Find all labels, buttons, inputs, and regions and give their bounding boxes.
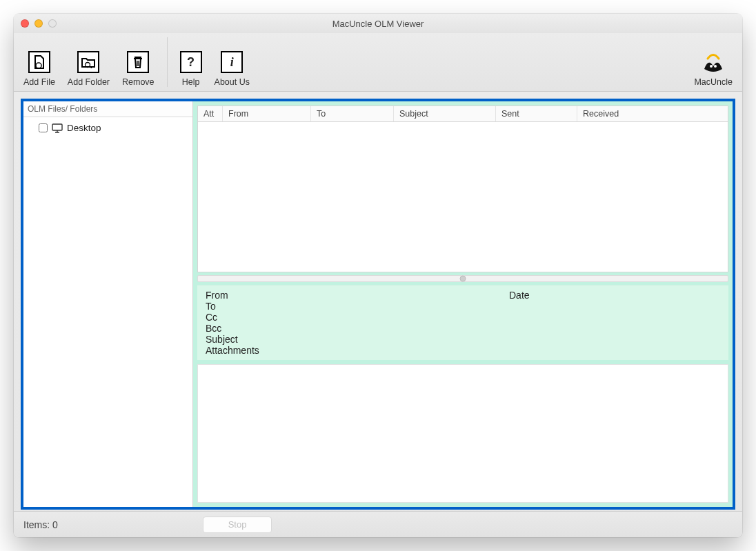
folder-add-icon <box>77 51 99 73</box>
detail-to-label: To <box>206 301 720 312</box>
help-button[interactable]: ? Help <box>180 51 202 87</box>
add-file-button[interactable]: Add File <box>23 51 55 87</box>
desktop-icon <box>52 123 63 133</box>
column-att[interactable]: Att <box>198 106 223 121</box>
detail-attachments-label: Attachments <box>206 345 720 356</box>
list-body[interactable] <box>198 122 728 272</box>
svg-rect-8 <box>52 124 62 130</box>
titlebar: MacUncle OLM Viewer <box>14 14 742 33</box>
right-pane: Att From To Subject Sent Received From D… <box>193 101 733 507</box>
stop-label: Stop <box>228 519 247 530</box>
content-area: OLM Files/ Folders Desktop Att From <box>14 92 742 511</box>
add-file-label: Add File <box>23 77 55 87</box>
folder-tree-pane: OLM Files/ Folders Desktop <box>23 101 193 507</box>
detail-bcc-label: Bcc <box>206 323 720 334</box>
add-folder-label: Add Folder <box>68 77 110 87</box>
toolbar: Add File Add Folder Remove ? He <box>14 33 742 92</box>
detail-subject-label: Subject <box>206 334 720 345</box>
main-frame: OLM Files/ Folders Desktop Att From <box>21 99 735 510</box>
svg-point-0 <box>36 63 41 68</box>
about-us-button[interactable]: i About Us <box>215 51 250 87</box>
folder-tree-header: OLM Files/ Folders <box>23 101 192 117</box>
window-controls <box>21 19 57 28</box>
detail-from-label: From <box>206 290 509 301</box>
tree-item[interactable]: Desktop <box>28 121 188 134</box>
remove-button[interactable]: Remove <box>122 51 155 87</box>
brand-button[interactable]: MacUncle <box>694 54 733 87</box>
detail-cc-label: Cc <box>206 312 720 323</box>
tree-item-label: Desktop <box>67 123 101 133</box>
info-icon: i <box>221 51 243 73</box>
about-us-label: About Us <box>215 77 250 87</box>
add-folder-button[interactable]: Add Folder <box>68 51 110 87</box>
splitter-handle[interactable] <box>197 275 728 282</box>
message-body[interactable] <box>197 364 728 503</box>
column-sent[interactable]: Sent <box>496 106 577 121</box>
zoom-icon[interactable] <box>48 19 57 28</box>
items-count: Items: 0 <box>23 519 189 530</box>
detail-date-label: Date <box>509 290 530 301</box>
tree-item-checkbox[interactable] <box>39 123 48 132</box>
message-list: Att From To Subject Sent Received <box>197 106 728 272</box>
column-from[interactable]: From <box>223 106 311 121</box>
help-label: Help <box>182 77 200 87</box>
file-add-icon <box>28 51 50 73</box>
help-icon: ? <box>180 51 202 73</box>
brand-label: MacUncle <box>694 77 733 87</box>
stop-button: Stop <box>203 517 272 533</box>
macuncle-logo-icon <box>702 54 725 73</box>
app-window: MacUncle OLM Viewer Add File Add Folder … <box>14 14 742 537</box>
svg-point-6 <box>710 65 713 68</box>
remove-label: Remove <box>122 77 155 87</box>
column-to[interactable]: To <box>311 106 394 121</box>
minimize-icon[interactable] <box>34 19 43 28</box>
list-header: Att From To Subject Sent Received <box>198 106 728 122</box>
column-received[interactable]: Received <box>577 106 728 121</box>
toolbar-separator <box>167 37 168 87</box>
svg-point-7 <box>714 65 717 68</box>
close-icon[interactable] <box>21 19 29 28</box>
trash-icon <box>127 51 149 73</box>
message-detail-header: From Date To Cc Bcc Subject Attachments <box>197 285 728 360</box>
window-title: MacUncle OLM Viewer <box>14 19 742 29</box>
column-subject[interactable]: Subject <box>394 106 496 121</box>
statusbar: Items: 0 Stop <box>14 511 742 537</box>
